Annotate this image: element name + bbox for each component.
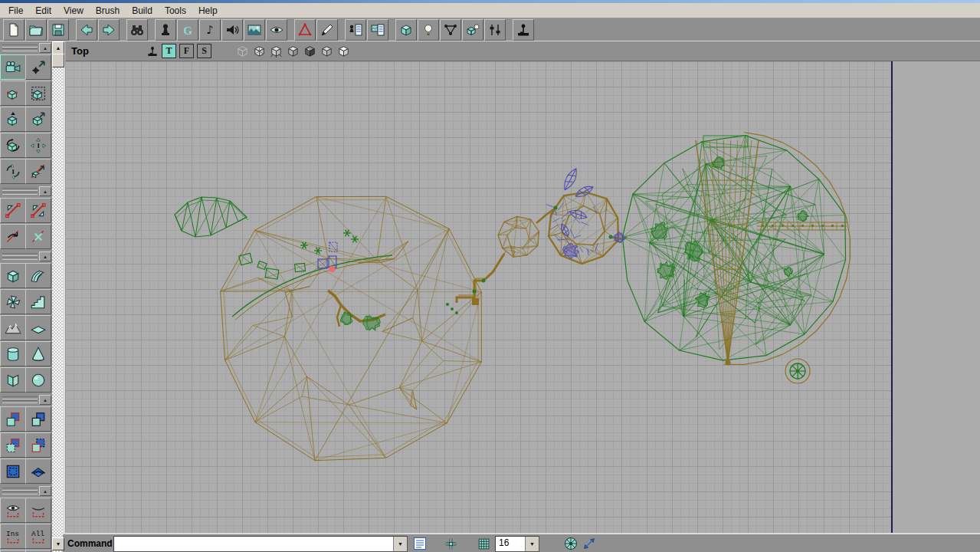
render-mode-textured[interactable] <box>319 44 334 59</box>
toolbox-add-movable-brush[interactable] <box>25 458 51 484</box>
script-editor-button[interactable] <box>316 19 338 41</box>
viewport-header[interactable]: Top TFS <box>65 41 980 61</box>
scroll-thumb[interactable] <box>52 54 64 67</box>
redo-button[interactable] <box>98 19 120 41</box>
toolbox-vertex-edit[interactable] <box>0 80 26 106</box>
toolbox-mirror-brush[interactable] <box>25 159 51 184</box>
toolbox-rotate-brush[interactable] <box>0 133 26 158</box>
toolbox-volumetric-brush[interactable] <box>0 367 26 393</box>
viewport-canvas[interactable] <box>65 61 980 533</box>
toolbox-scrollbar[interactable]: ▲ ▼ <box>52 41 63 552</box>
toolbox-flip-clip[interactable] <box>0 224 26 249</box>
scroll-up-button[interactable]: ▲ <box>52 41 64 54</box>
toolbox-box-scale-brush[interactable] <box>25 80 51 106</box>
texture-browser-button[interactable] <box>244 19 265 41</box>
actor-class-browser-button[interactable] <box>155 19 176 41</box>
render-mode-texture-usage[interactable] <box>285 44 300 59</box>
command-input[interactable] <box>114 537 393 551</box>
toolbox-cone-brush[interactable] <box>25 341 51 366</box>
snap-to-grid-toggle-button[interactable] <box>477 537 490 550</box>
group-collapse-button[interactable]: ▲ <box>39 395 51 405</box>
search-actors-button[interactable] <box>126 19 148 41</box>
rotation-grid-toggle-button[interactable] <box>563 536 578 551</box>
surface-properties-button[interactable] <box>367 19 388 41</box>
menu-view[interactable]: View <box>57 4 90 18</box>
toolbox-curved-stairs-brush[interactable] <box>25 263 51 288</box>
toolbox-invert-selection[interactable]: Ins <box>0 524 26 549</box>
log-window-button[interactable] <box>412 536 428 551</box>
toolbox-hide-selected-actors[interactable] <box>25 498 51 523</box>
toolbox-pan-tool[interactable]: I <box>25 133 51 158</box>
undo-button[interactable] <box>76 19 97 41</box>
viewport-size-button-t[interactable]: T <box>162 44 176 58</box>
toolbox-clip-marker-2[interactable] <box>25 198 51 223</box>
arrowR-icon <box>101 22 116 38</box>
sound-browser-button[interactable] <box>221 19 243 41</box>
toolbox-move-actor[interactable] <box>25 54 51 80</box>
toolbox-add-special-brush[interactable] <box>0 458 26 484</box>
toolbox-show-selected-actors[interactable] <box>0 498 26 523</box>
toolbox-select-all[interactable]: All <box>25 524 51 549</box>
menu-build[interactable]: Build <box>126 4 159 18</box>
arrowL-icon <box>79 22 94 38</box>
toolbox-texture-rotate[interactable]: I <box>0 159 26 184</box>
command-dropdown-arrow[interactable]: ▼ <box>393 537 407 551</box>
music-browser-button[interactable]: ♪ <box>199 19 221 41</box>
viewport-size-button-s[interactable]: S <box>197 44 211 58</box>
viewport-size-button-f[interactable]: F <box>179 44 194 58</box>
mesh-browser-button[interactable] <box>266 19 287 41</box>
group-browser-button[interactable]: G <box>177 19 198 41</box>
toolbox-csg-intersect[interactable] <box>0 432 26 458</box>
toolbox-csg-add[interactable] <box>0 406 26 432</box>
toolbox-camera-mode[interactable] <box>0 54 26 80</box>
group-collapse-button[interactable]: ▲ <box>39 251 51 261</box>
toolbox-cylinder-brush[interactable] <box>0 341 26 366</box>
build-paths-button[interactable] <box>440 19 461 41</box>
render-mode-dynamic-light[interactable] <box>302 44 317 59</box>
2d-shape-editor-button[interactable] <box>294 19 316 41</box>
group-collapse-button[interactable]: ▲ <box>39 43 51 53</box>
toolbox-terrain-brush[interactable] <box>0 315 26 340</box>
new-map-button[interactable] <box>3 19 25 41</box>
toolbox-spiral-stairs-brush[interactable] <box>0 289 26 314</box>
render-mode-zones-portals[interactable] <box>268 44 284 59</box>
scroll-down-button[interactable]: ▼ <box>52 537 64 550</box>
toolbar-separator <box>339 20 345 40</box>
clip2-icon <box>30 202 47 219</box>
open-map-button[interactable] <box>25 19 47 41</box>
toolbox-face-drag[interactable] <box>0 107 26 132</box>
render-mode-wireframe[interactable] <box>234 44 250 59</box>
maximize-viewport-button[interactable] <box>583 537 595 550</box>
build-options-button[interactable] <box>484 19 506 41</box>
grid-size-dropdown-arrow[interactable]: ▼ <box>525 537 539 551</box>
menu-brush[interactable]: Brush <box>90 4 126 18</box>
menu-file[interactable]: File <box>2 4 29 18</box>
realtime-preview-icon[interactable] <box>146 45 159 58</box>
toolbox-clip-marker-1[interactable] <box>0 198 26 223</box>
actor-properties-button[interactable] <box>345 19 366 41</box>
build-geometry-button[interactable] <box>395 19 417 41</box>
toolbox-csg-deintersect[interactable] <box>25 432 51 458</box>
save-map-button[interactable] <box>48 19 69 41</box>
cube-icon <box>398 22 414 38</box>
toolbox-csg-subtract[interactable] <box>25 406 51 432</box>
build-lighting-button[interactable] <box>418 19 439 41</box>
toolbox-sheet-brush[interactable] <box>25 315 51 340</box>
group-collapse-button[interactable]: ▲ <box>39 186 51 196</box>
build-all-button[interactable] <box>462 19 483 41</box>
grid-size-select[interactable]: 16▼ <box>495 536 539 552</box>
toolbox-linear-stairs-brush[interactable] <box>25 289 51 314</box>
toolbox-sphere-brush[interactable] <box>25 367 51 393</box>
menu-edit[interactable]: Edit <box>29 4 57 18</box>
toolbox-stretch-brush[interactable] <box>25 107 51 132</box>
render-mode-bsp-cuts[interactable] <box>251 44 267 59</box>
command-combo[interactable]: ▼ <box>113 536 408 552</box>
toolbox-delete-clip[interactable] <box>25 224 51 249</box>
toolbox-cube-brush[interactable] <box>0 263 26 288</box>
menu-help[interactable]: Help <box>192 4 224 18</box>
group-collapse-button[interactable]: ▲ <box>39 486 51 496</box>
render-mode-lit[interactable] <box>336 44 351 59</box>
play-map-button[interactable] <box>513 19 534 41</box>
drag-grid-toggle-button[interactable] <box>444 537 457 550</box>
menu-tools[interactable]: Tools <box>159 4 192 18</box>
